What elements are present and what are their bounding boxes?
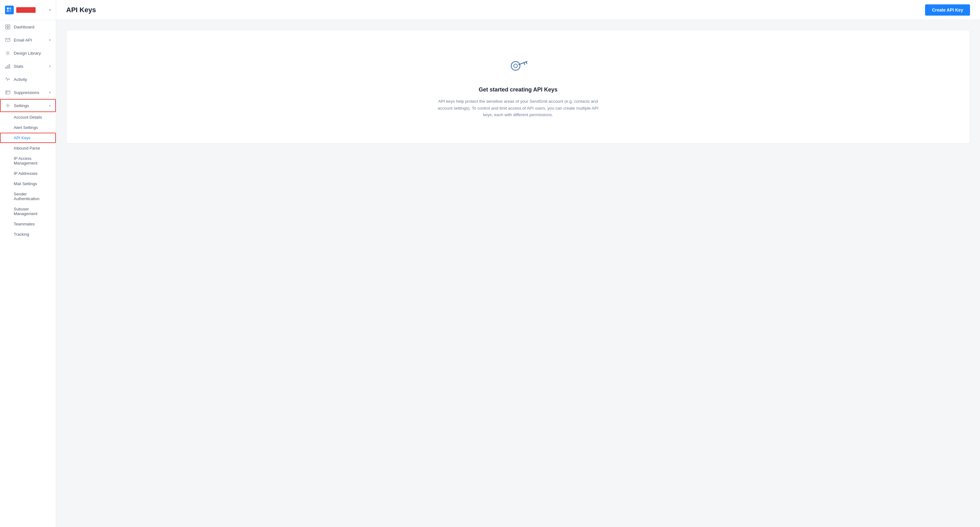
svg-point-16 bbox=[7, 105, 9, 107]
empty-state-title: Get started creating API Keys bbox=[479, 86, 557, 93]
key-icon bbox=[507, 55, 529, 79]
sidebar-sub-item-teammates[interactable]: Teammates bbox=[0, 219, 56, 229]
sidebar-item-label: Suppressions bbox=[14, 90, 39, 95]
sidebar-sub-item-ip-addresses[interactable]: IP Addresses bbox=[0, 168, 56, 178]
settings-chevron-icon: ▾ bbox=[49, 103, 51, 108]
svg-rect-12 bbox=[9, 64, 10, 69]
sidebar-item-label: Email API bbox=[14, 38, 32, 43]
sidebar-sub-item-sender-authentication[interactable]: Sender Authentication bbox=[0, 189, 56, 204]
svg-point-18 bbox=[514, 64, 517, 68]
sidebar-item-label: Settings bbox=[14, 103, 29, 108]
svg-point-9 bbox=[7, 52, 8, 54]
design-library-icon bbox=[5, 50, 11, 56]
page-title: API Keys bbox=[66, 6, 96, 14]
svg-rect-4 bbox=[6, 25, 8, 27]
sidebar-sub-item-mail-settings[interactable]: Mail Settings bbox=[0, 178, 56, 189]
sidebar-item-suppressions[interactable]: Suppressions ▾ bbox=[0, 86, 56, 99]
sidebar-sub-item-inbound-parse[interactable]: Inbound Parse bbox=[0, 143, 56, 153]
svg-line-21 bbox=[526, 62, 527, 64]
dashboard-icon bbox=[5, 24, 11, 30]
email-api-icon bbox=[5, 37, 11, 43]
sidebar-sub-item-ip-access-management[interactable]: IP Access Management bbox=[0, 153, 56, 168]
svg-rect-1 bbox=[10, 8, 11, 10]
sidebar-item-dashboard[interactable]: Dashboard bbox=[0, 20, 56, 33]
empty-state-card: Get started creating API Keys API keys h… bbox=[66, 30, 970, 143]
sidebar-item-design-library[interactable]: Design Library bbox=[0, 46, 56, 60]
sidebar-item-label: Stats bbox=[14, 64, 24, 69]
sidebar-logo[interactable]: ▾ bbox=[0, 0, 56, 20]
stats-icon bbox=[5, 64, 11, 69]
svg-rect-0 bbox=[7, 8, 9, 10]
sidebar-sub-item-api-keys[interactable]: API Keys bbox=[0, 133, 56, 143]
svg-rect-11 bbox=[7, 65, 8, 68]
svg-rect-5 bbox=[8, 25, 10, 27]
logo-icon bbox=[5, 6, 14, 14]
sidebar-item-label: Design Library bbox=[14, 51, 41, 56]
sidebar-sub-item-alert-settings[interactable]: Alert Settings bbox=[0, 123, 56, 133]
email-api-chevron-icon: ▾ bbox=[49, 38, 51, 42]
sidebar-sub-item-account-details[interactable]: Account Details bbox=[0, 112, 56, 123]
sidebar-item-stats[interactable]: Stats ▾ bbox=[0, 60, 56, 73]
sidebar-item-settings[interactable]: Settings ▾ bbox=[0, 99, 56, 112]
sidebar-item-label: Activity bbox=[14, 77, 27, 82]
content-area: Get started creating API Keys API keys h… bbox=[56, 20, 980, 527]
settings-icon bbox=[5, 103, 11, 108]
sidebar-item-activity[interactable]: Activity bbox=[0, 73, 56, 86]
svg-rect-13 bbox=[6, 91, 10, 94]
empty-state-description: API keys help protect the sensitive area… bbox=[434, 98, 602, 118]
svg-rect-3 bbox=[10, 10, 11, 12]
sidebar-sub-item-subuser-management[interactable]: Subuser Management bbox=[0, 204, 56, 219]
main-content: API Keys Create API Key Get started crea… bbox=[56, 0, 980, 527]
svg-rect-7 bbox=[8, 27, 10, 29]
suppressions-chevron-icon: ▾ bbox=[49, 91, 51, 95]
logo-chevron-icon: ▾ bbox=[49, 8, 51, 12]
stats-chevron-icon: ▾ bbox=[49, 64, 51, 68]
top-bar: API Keys Create API Key bbox=[56, 0, 980, 20]
create-api-key-button[interactable]: Create API Key bbox=[925, 4, 970, 16]
activity-icon bbox=[5, 76, 11, 82]
svg-rect-10 bbox=[6, 67, 6, 68]
brand-name bbox=[16, 7, 36, 13]
svg-rect-2 bbox=[7, 10, 9, 12]
sidebar-item-label: Dashboard bbox=[14, 25, 34, 29]
sidebar-item-email-api[interactable]: Email API ▾ bbox=[0, 33, 56, 46]
suppressions-icon bbox=[5, 89, 11, 95]
sidebar-sub-item-tracking[interactable]: Tracking bbox=[0, 229, 56, 239]
svg-rect-6 bbox=[6, 27, 8, 29]
sidebar: ▾ Dashboard Email API ▾ Design Library bbox=[0, 0, 56, 527]
svg-point-17 bbox=[511, 62, 520, 70]
